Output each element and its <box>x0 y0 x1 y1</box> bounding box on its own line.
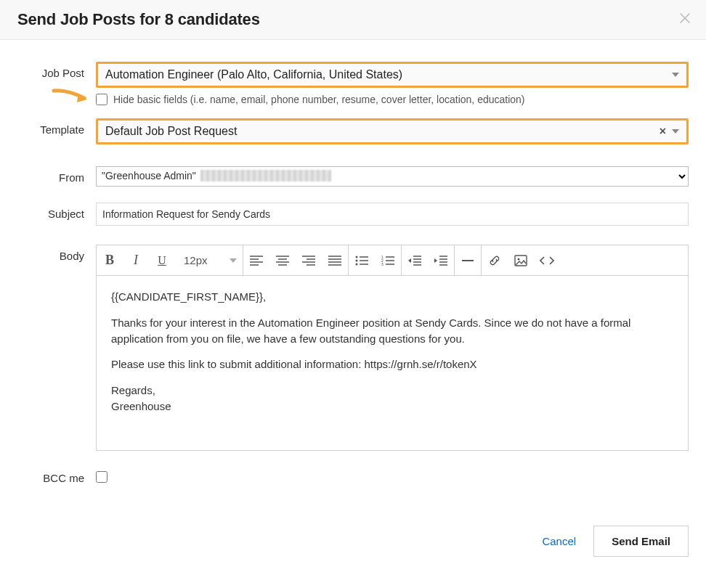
caret-down-icon <box>672 73 679 77</box>
subject-input[interactable] <box>96 203 689 226</box>
italic-button[interactable]: I <box>123 245 149 275</box>
svg-point-0 <box>355 256 357 258</box>
code-button[interactable] <box>534 245 560 275</box>
template-row: Template Default Job Post Request × <box>17 118 689 144</box>
body-label: Body <box>17 245 96 262</box>
body-p1: Thanks for your interest in the Automati… <box>111 315 673 347</box>
hide-fields-checkbox[interactable] <box>96 94 107 105</box>
body-p2: Please use this link to submit additiona… <box>111 356 673 372</box>
svg-point-2 <box>355 263 357 265</box>
from-label: From <box>17 166 96 184</box>
indent-button[interactable] <box>428 245 454 275</box>
link-button[interactable] <box>482 245 508 275</box>
align-left-button[interactable] <box>243 245 269 275</box>
underline-button[interactable]: U <box>149 245 175 275</box>
horizontal-rule-button[interactable] <box>455 245 481 275</box>
bcc-checkbox[interactable] <box>96 471 107 483</box>
rich-text-editor: B I U 12px <box>96 245 689 451</box>
svg-text:3: 3 <box>381 262 384 266</box>
hide-fields-label: Hide basic fields (i.e. name, email, pho… <box>113 94 525 105</box>
hide-fields-row[interactable]: Hide basic fields (i.e. name, email, pho… <box>96 94 689 105</box>
send-email-button[interactable]: Send Email <box>593 526 689 557</box>
modal-title: Send Job Posts for 8 candidates <box>17 10 260 28</box>
clear-template-icon[interactable]: × <box>660 125 666 138</box>
body-signoff1: Regards, <box>111 383 673 399</box>
bold-button[interactable]: B <box>97 245 123 275</box>
template-select[interactable]: Default Job Post Request × <box>96 118 689 144</box>
job-post-row: Job Post Automation Engineer (Palo Alto,… <box>17 62 689 108</box>
font-size-select[interactable]: 12px <box>175 254 243 266</box>
annotation-arrow-icon <box>51 86 92 109</box>
font-size-value: 12px <box>184 254 208 266</box>
body-row: Body B I U 12px <box>17 245 689 451</box>
align-right-button[interactable] <box>296 245 322 275</box>
modal-header: Send Job Posts for 8 candidates <box>0 0 706 40</box>
job-post-label: Job Post <box>17 62 96 79</box>
job-post-select[interactable]: Automation Engineer (Palo Alto, Californ… <box>96 62 689 88</box>
body-signoff2: Greenhouse <box>111 399 673 415</box>
outdent-button[interactable] <box>402 245 428 275</box>
ordered-list-button[interactable]: 123 <box>375 245 401 275</box>
close-icon[interactable] <box>677 10 693 26</box>
svg-point-1 <box>355 259 357 261</box>
subject-label: Subject <box>17 203 96 220</box>
from-row: From "Greenhouse Admin" <box>17 166 689 187</box>
editor-content[interactable]: {{CANDIDATE_FIRST_NAME}}, Thanks for you… <box>97 276 688 450</box>
editor-toolbar: B I U 12px <box>97 245 688 276</box>
job-post-selected-value: Automation Engineer (Palo Alto, Californ… <box>105 68 402 81</box>
modal-footer: Cancel Send Email <box>0 513 706 571</box>
bcc-label: BCC me <box>17 472 96 484</box>
cancel-button[interactable]: Cancel <box>539 531 579 552</box>
caret-down-icon <box>230 258 237 263</box>
template-label: Template <box>17 118 96 136</box>
unordered-list-button[interactable] <box>349 245 375 275</box>
modal-body: Job Post Automation Engineer (Palo Alto,… <box>0 40 706 513</box>
from-select[interactable] <box>96 166 689 187</box>
image-button[interactable] <box>508 245 534 275</box>
body-greeting: {{CANDIDATE_FIRST_NAME}}, <box>111 289 673 305</box>
caret-down-icon <box>672 129 679 134</box>
align-center-button[interactable] <box>269 245 296 275</box>
bcc-row: BCC me <box>17 471 689 485</box>
align-justify-button[interactable] <box>322 245 348 275</box>
subject-row: Subject <box>17 203 689 226</box>
svg-point-7 <box>517 258 519 260</box>
template-selected-value: Default Job Post Request <box>105 125 237 138</box>
